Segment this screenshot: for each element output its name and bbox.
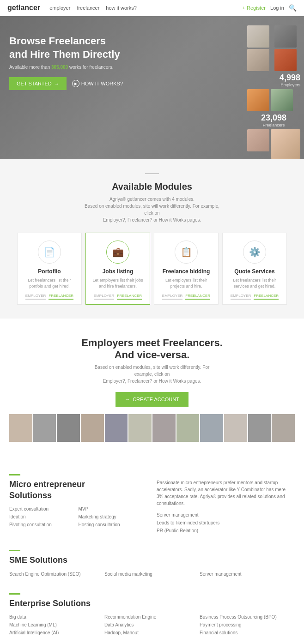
employers-count: 4,998 (247, 73, 300, 83)
sme-item-3: Server management (200, 572, 295, 577)
create-account-button[interactable]: → CREATE ACCOUNT (116, 392, 188, 407)
people-strip (9, 414, 295, 442)
freelancers-stat: 23,098 Freelancers (247, 113, 300, 127)
quote-icon: ⚙️ (243, 241, 266, 264)
modules-section: Available Modules Agriya® getlancer come… (0, 159, 304, 319)
bidding-tags: EMPLOYER FREELANCER (159, 294, 213, 300)
micro-title: Micro entrepreneurSolutionss (9, 479, 147, 501)
person-8 (176, 414, 200, 442)
nav-employer[interactable]: employer (49, 5, 70, 11)
hero-subtitle: Available more than 305,000 works for fr… (9, 65, 123, 70)
sme-item-1: Search Engine Optimization (SEO) (9, 572, 104, 577)
enterprise-title: Enterprise Solutions (9, 598, 295, 609)
sme-item-2: Social media marketing (104, 572, 200, 577)
nav-links: employer freelancer how it works? (49, 5, 242, 11)
micro-item-7: Server management (157, 512, 295, 518)
micro-col3: Server management Leads to likeminded st… (157, 512, 295, 533)
avatar-7 (247, 129, 269, 151)
enterprise-col2: Recommendation Engine Data Analytics Had… (104, 614, 200, 638)
person-10 (224, 414, 247, 442)
modules-grid: 📄 Portoflio Let freelancers list their p… (9, 233, 295, 305)
arrow-icon2: → (125, 397, 130, 402)
sme-solutions: SME Solutions Search Engine Optimization… (9, 550, 295, 579)
enterprise-accent (9, 593, 20, 595)
bidding-icon: 📋 (175, 241, 198, 264)
sme-col3: Server management (200, 572, 295, 579)
micro-accent (9, 474, 20, 475)
module-portfolio[interactable]: 📄 Portoflio Let freelancers list their p… (17, 233, 82, 305)
ent-item-3: Artificial Intelligence (AI) (9, 630, 104, 635)
person-3 (57, 414, 80, 442)
jobs-employer-tag: EMPLOYER (94, 294, 114, 300)
ent-item-9: Financial solutions (200, 630, 295, 635)
module-bidding[interactable]: 📋 Freelance bidding Let employers list t… (154, 233, 219, 305)
person-5 (105, 414, 128, 442)
person-12 (272, 414, 295, 442)
logo[interactable]: getlancer (7, 4, 40, 12)
quote-name: Quote Services (227, 268, 282, 275)
person-2 (33, 414, 56, 442)
avatar-1 (247, 25, 269, 48)
nav-how-it-works[interactable]: how it works? (106, 5, 137, 11)
enterprise-solutions: Enterprise Solutions Big data Machine Le… (9, 593, 295, 638)
meet-section: Employers meet Freelancers. And vice-ver… (0, 319, 304, 460)
micro-item-1: Expert consultation (9, 506, 79, 512)
modules-subtitle: Agriya® getlancer comes with 4 modules.B… (83, 196, 221, 223)
bidding-desc: Let employers list their projects and hi… (159, 277, 213, 289)
micro-item-6: Hosting consultation (79, 522, 148, 527)
how-it-works-button[interactable]: ▶ HOW IT WORKS? (72, 80, 123, 87)
quote-employer-tag: EMPLOYER (231, 294, 251, 300)
module-jobs[interactable]: 💼 Jobs listing Let employers list their … (85, 233, 150, 305)
sme-col1: Search Engine Optimization (SEO) (9, 572, 104, 579)
micro-right: Passionate micro entrepreneurs prefer me… (157, 479, 295, 536)
bidding-freelancer-tag: FREELANCER (185, 294, 210, 300)
person-9 (200, 414, 223, 442)
nav-right: + Register Log in 🔍 (243, 4, 297, 12)
logo-suffix: lancer (18, 4, 40, 12)
freelancers-label: Freelancers (247, 123, 300, 127)
micro-col1: Expert consultation Ideation Pivoting co… (9, 506, 79, 530)
person-1 (9, 414, 32, 442)
search-icon[interactable]: 🔍 (289, 4, 297, 12)
sme-title: SME Solutions (9, 555, 295, 566)
enterprise-col1: Big data Machine Learning (ML) Artificia… (9, 614, 104, 638)
module-quote[interactable]: ⚙️ Quote Services Let freelancers list t… (222, 233, 287, 305)
modules-title: Available Modules (9, 181, 295, 192)
top-avatar-grid (247, 25, 300, 71)
portfolio-tags: EMPLOYER FREELANCER (22, 294, 77, 300)
ent-item-1: Big data (9, 614, 104, 620)
login-link[interactable]: Log in (270, 5, 284, 11)
micro-layout: Micro entrepreneurSolutionss Expert cons… (9, 479, 295, 536)
avatar-2 (274, 25, 297, 48)
meet-subtitle: Based on enabled modules, site will work… (87, 364, 217, 385)
sme-items: Search Engine Optimization (SEO) Social … (9, 572, 295, 579)
portfolio-icon: 📄 (38, 241, 61, 264)
micro-item-2: Ideation (9, 514, 79, 519)
nav-freelancer[interactable]: freelancer (77, 5, 99, 11)
hero-title: Browse Freelancersand Hire Them Directly (9, 35, 123, 61)
quote-desc: Let freelancers list their services and … (227, 277, 282, 289)
person-4 (81, 414, 104, 442)
ent-item-2: Machine Learning (ML) (9, 622, 104, 627)
micro-item-3: Pivoting consultation (9, 522, 79, 527)
play-icon: ▶ (72, 80, 79, 87)
meet-title: Employers meet Freelancers. And vice-ver… (9, 337, 295, 361)
enterprise-items: Big data Machine Learning (ML) Artificia… (9, 614, 295, 638)
micro-item-9: PR (Public Relation) (157, 528, 295, 533)
portfolio-desc: Let freelancers list their portfoio and … (22, 277, 77, 289)
portfolio-name: Portoflio (22, 268, 77, 275)
micro-col2: MVP Marketing strategy Hosting consultat… (79, 506, 148, 530)
jobs-freelancer-tag: FREELANCER (117, 294, 142, 300)
hero-content: Browse Freelancersand Hire Them Directly… (9, 35, 123, 90)
person-7 (152, 414, 176, 442)
micro-desc: Passionate micro entrepreneurs prefer me… (157, 479, 286, 507)
quote-freelancer-tag: FREELANCER (254, 294, 279, 300)
employers-stat: 4,998 Employers (247, 73, 300, 87)
navbar: getlancer employer freelancer how it wor… (0, 0, 304, 16)
jobs-name: Jobs listing (91, 268, 145, 275)
freelancers-count: 23,098 (247, 113, 300, 123)
avatar-5 (247, 89, 269, 111)
register-link[interactable]: + Register (243, 5, 266, 11)
micro-left: Micro entrepreneurSolutionss Expert cons… (9, 479, 147, 536)
get-started-button[interactable]: GET STARTED → (9, 77, 67, 90)
